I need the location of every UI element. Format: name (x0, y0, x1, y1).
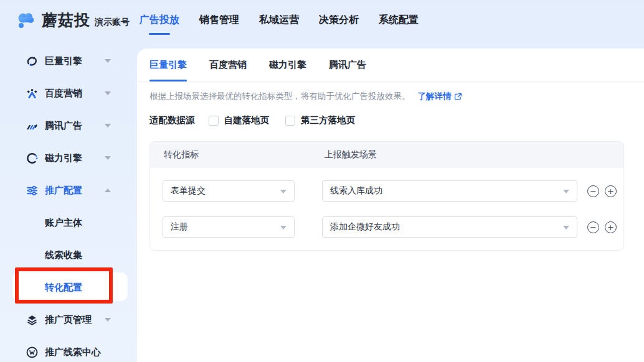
sidebar-item-label: 推广线索中心 (45, 346, 101, 358)
nav-item-ad-delivery[interactable]: 广告投放 (140, 11, 179, 29)
details-link-label: 了解详情 (418, 91, 452, 102)
chevron-down-icon (105, 318, 111, 322)
checkbox-group-thirdparty-landing[interactable]: 第三方落地页 (285, 114, 355, 126)
sidebar-item-baidu-marketing[interactable]: 百度营销 (0, 77, 137, 109)
scene-select[interactable]: 添加企微好友成功 (322, 216, 577, 238)
chevron-down-icon (105, 59, 111, 63)
sidebar-item-conversion-config[interactable]: 转化配置 (0, 271, 137, 304)
chevron-down-icon (105, 91, 111, 95)
tab-magnet-engine[interactable]: 磁力引擎 (269, 49, 306, 81)
sidebar-item-lead-center[interactable]: 推广线索中心 (0, 336, 137, 362)
column-header-metric: 转化指标 (164, 149, 324, 160)
tencent-ads-icon (25, 119, 39, 132)
nav-item-sales[interactable]: 销售管理 (199, 11, 239, 29)
scene-select[interactable]: 线索入库成功 (322, 180, 577, 202)
checkbox-unchecked[interactable] (285, 116, 295, 126)
remove-row-button[interactable]: − (587, 221, 599, 233)
top-nav: 广告投放 销售管理 私域运营 决策分析 系统配置 (140, 11, 438, 29)
checkbox-label: 自建落地页 (224, 114, 270, 126)
description-row: 根据上报场景选择最优的转化指标类型，将有助于优化广告投放效果。 了解详情 (149, 91, 644, 102)
tab-tencent-ads[interactable]: 腾讯广告 (329, 49, 366, 81)
sidebar-item-magnet-engine[interactable]: 磁力引擎 (0, 142, 137, 174)
checkbox-label: 第三方落地页 (301, 114, 355, 126)
sidebar-item-label: 推广页管理 (45, 314, 92, 326)
sidebar-item-tencent-ads[interactable]: 腾讯广告 (0, 109, 137, 142)
select-value: 注册 (171, 221, 188, 233)
checkbox-unchecked[interactable] (209, 116, 219, 126)
datasource-label: 适配数据源 (149, 114, 195, 126)
metric-select[interactable]: 注册 (163, 216, 295, 238)
tab-ocean-engine[interactable]: 巨量引擎 (149, 49, 187, 81)
add-row-button[interactable]: + (605, 221, 617, 233)
lead-center-icon (25, 345, 39, 359)
conversion-table-card: 转化指标 上报触发场景 表单提交 线索入库成功 − + (149, 141, 624, 251)
chevron-up-icon (105, 188, 111, 192)
account-label: 演示账号 (95, 17, 130, 28)
sidebar-item-lead-collection[interactable]: 线索收集 (0, 239, 137, 271)
sidebar-item-label: 线索收集 (45, 249, 82, 261)
chevron-down-icon (280, 226, 286, 230)
nav-item-private-domain[interactable]: 私域运营 (259, 11, 299, 29)
select-value: 线索入库成功 (330, 185, 382, 197)
platform-tabs: 巨量引擎 百度营销 磁力引擎 腾讯广告 (137, 49, 644, 81)
sidebar-item-label: 巨量引擎 (45, 55, 82, 67)
chevron-down-icon (563, 226, 569, 230)
content-panel: 巨量引擎 百度营销 磁力引擎 腾讯广告 根据上报场景选择最优的转化指标类型，将有… (137, 49, 644, 362)
layers-icon (25, 313, 39, 327)
logo: 蘑菇投 演示账号 (0, 10, 130, 30)
sidebar-item-landing-page-mgmt[interactable]: 推广页管理 (0, 304, 137, 336)
select-value: 添加企微好友成功 (330, 221, 400, 233)
checkbox-group-self-landing[interactable]: 自建落地页 (209, 114, 270, 126)
metric-select[interactable]: 表单提交 (163, 180, 295, 202)
add-row-button[interactable]: + (605, 185, 617, 197)
nav-item-system[interactable]: 系统配置 (379, 11, 419, 29)
magnet-engine-icon (25, 151, 39, 165)
nav-item-decision[interactable]: 决策分析 (319, 11, 359, 29)
sidebar-item-label: 账户主体 (45, 217, 82, 229)
table-body: 表单提交 线索入库成功 − + 注册 添 (150, 168, 623, 250)
chevron-down-icon (105, 124, 111, 128)
sidebar-item-ocean-engine[interactable]: 巨量引擎 (0, 45, 137, 77)
column-header-scene: 上报触发场景 (324, 149, 377, 160)
top-bar: 蘑菇投 演示账号 广告投放 销售管理 私域运营 决策分析 系统配置 (0, 0, 644, 40)
sidebar-item-label: 转化配置 (45, 282, 82, 294)
sidebar-item-label: 磁力引擎 (45, 152, 82, 164)
sidebar-item-account-entity[interactable]: 账户主体 (0, 207, 137, 239)
remove-row-button[interactable]: − (587, 185, 599, 197)
sidebar: 巨量引擎 百度营销 (0, 45, 137, 362)
logo-cloud-icon (14, 10, 37, 30)
sidebar-item-label: 腾讯广告 (45, 120, 82, 132)
description-text: 根据上报场景选择最优的转化指标类型，将有助于优化广告投放效果。 (149, 91, 410, 102)
select-value: 表单提交 (171, 185, 206, 197)
baidu-marketing-icon (25, 86, 39, 100)
table-row: 表单提交 线索入库成功 − + (150, 173, 623, 209)
sidebar-item-label: 推广配置 (45, 185, 82, 197)
datasource-row: 适配数据源 自建落地页 第三方落地页 (149, 114, 644, 126)
tab-baidu-marketing[interactable]: 百度营销 (209, 49, 247, 81)
ocean-engine-icon (25, 54, 39, 68)
external-link-icon (454, 93, 462, 101)
table-header: 转化指标 上报触发场景 (150, 142, 623, 168)
sliders-icon (25, 183, 39, 197)
chevron-down-icon (563, 190, 569, 193)
table-row: 注册 添加企微好友成功 − + (150, 209, 623, 245)
logo-text: 蘑菇投 (42, 10, 90, 30)
sidebar-item-label: 百度营销 (45, 88, 82, 100)
chevron-down-icon (105, 156, 111, 160)
chevron-down-icon (280, 190, 286, 193)
sidebar-item-promotion-config[interactable]: 推广配置 (0, 174, 137, 207)
details-link[interactable]: 了解详情 (418, 91, 462, 102)
